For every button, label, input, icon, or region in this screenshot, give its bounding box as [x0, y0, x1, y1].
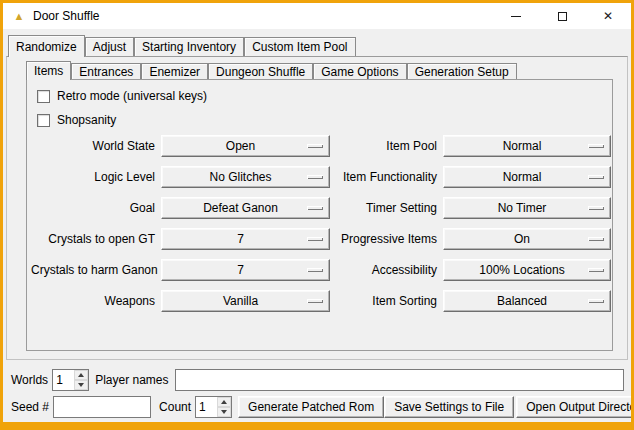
- logic-level-label: Logic Level: [31, 170, 155, 184]
- spin-up-icon: [78, 373, 84, 377]
- window-title: Door Shuffle: [33, 9, 100, 23]
- item-functionality-label: Item Functionality: [336, 170, 437, 184]
- seed-input[interactable]: [53, 396, 151, 418]
- dropdown-value: Open: [226, 139, 265, 153]
- retro-mode-checkbox[interactable]: [37, 90, 50, 103]
- count-spin-buttons: [217, 397, 231, 417]
- crystals-ganon-label: Crystals to harm Ganon: [31, 263, 155, 277]
- dropdown-value: No Glitches: [209, 170, 281, 184]
- dropdown-value: 7: [237, 232, 254, 246]
- world-state-dropdown[interactable]: Open: [161, 135, 330, 157]
- goal-label: Goal: [31, 201, 155, 215]
- tab-randomize[interactable]: Randomize: [8, 35, 85, 57]
- progressive-items-dropdown[interactable]: On: [443, 228, 611, 250]
- weapons-dropdown[interactable]: Vanilla: [161, 290, 330, 312]
- close-button[interactable]: ✕: [585, 3, 631, 29]
- dropdown-value: No Timer: [498, 201, 557, 215]
- titlebar[interactable]: ▲ Door Shuffle ✕: [3, 3, 631, 29]
- count-spin-down[interactable]: [217, 407, 231, 417]
- spin-down-icon: [78, 383, 84, 387]
- worlds-spin-down[interactable]: [74, 380, 88, 390]
- count-spin-up[interactable]: [217, 397, 231, 407]
- dropdown-value: 100% Locations: [479, 263, 574, 277]
- dropdown-value: Defeat Ganon: [203, 201, 288, 215]
- dropdown-indicator-icon: [588, 144, 604, 148]
- open-output-directory-button[interactable]: Open Output Directory: [516, 396, 634, 418]
- goal-dropdown[interactable]: Defeat Ganon: [161, 197, 330, 219]
- logic-level-dropdown[interactable]: No Glitches: [161, 166, 330, 188]
- dropdown-indicator-icon: [588, 237, 604, 241]
- tab-entrances[interactable]: Entrances: [71, 63, 141, 79]
- dropdown-indicator-icon: [307, 237, 323, 241]
- dropdown-value: 7: [237, 263, 254, 277]
- retro-mode-label: Retro mode (universal keys): [57, 89, 207, 103]
- crystals-gt-label: Crystals to open GT: [31, 232, 155, 246]
- app-window: ▲ Door Shuffle ✕ Randomize Adjust Starti…: [0, 0, 634, 430]
- shopsanity-row: Shopsanity: [37, 113, 612, 127]
- tab-custom-item-pool[interactable]: Custom Item Pool: [244, 37, 355, 56]
- close-icon: ✕: [603, 10, 613, 22]
- dropdown-indicator-icon: [588, 268, 604, 272]
- worlds-input[interactable]: [53, 370, 74, 390]
- tab-dungeon-shuffle[interactable]: Dungeon Shuffle: [208, 63, 313, 79]
- accessibility-label: Accessibility: [336, 263, 437, 277]
- dropdown-value: On: [514, 232, 540, 246]
- shopsanity-label: Shopsanity: [57, 113, 116, 127]
- timer-setting-label: Timer Setting: [336, 201, 437, 215]
- player-names-input[interactable]: [175, 369, 625, 391]
- spin-up-icon: [221, 400, 227, 404]
- save-settings-button[interactable]: Save Settings to File: [384, 396, 514, 418]
- item-sorting-dropdown[interactable]: Balanced: [443, 290, 611, 312]
- item-functionality-dropdown[interactable]: Normal: [443, 166, 611, 188]
- minimize-icon: [511, 16, 521, 17]
- items-pane: Retro mode (universal keys) Shopsanity W…: [26, 79, 613, 351]
- generate-patched-rom-button[interactable]: Generate Patched Rom: [238, 396, 384, 418]
- dropdown-value: Vanilla: [223, 294, 268, 308]
- tab-adjust[interactable]: Adjust: [85, 37, 134, 56]
- tab-game-options[interactable]: Game Options: [313, 63, 406, 79]
- dropdown-value: Normal: [503, 139, 552, 153]
- dropdown-indicator-icon: [307, 144, 323, 148]
- spin-down-icon: [221, 410, 227, 414]
- sub-tabbar: Items Entrances Enemizer Dungeon Shuffle…: [26, 60, 517, 79]
- maximize-button[interactable]: [539, 3, 585, 29]
- tab-items[interactable]: Items: [26, 61, 71, 80]
- player-names-label: Player names: [95, 373, 168, 387]
- tab-starting-inventory[interactable]: Starting Inventory: [134, 37, 244, 56]
- minimize-button[interactable]: [493, 3, 539, 29]
- seed-label: Seed #: [11, 400, 49, 414]
- world-state-label: World State: [31, 139, 155, 153]
- worlds-label: Worlds: [11, 373, 48, 387]
- accessibility-dropdown[interactable]: 100% Locations: [443, 259, 611, 281]
- caption-buttons: ✕: [493, 3, 631, 29]
- main-tabbar: Randomize Adjust Starting Inventory Cust…: [8, 34, 356, 56]
- worlds-row: Worlds Player names: [11, 369, 624, 391]
- dropdown-value: Balanced: [497, 294, 557, 308]
- client-area: Randomize Adjust Starting Inventory Cust…: [3, 29, 631, 422]
- tab-enemizer[interactable]: Enemizer: [141, 63, 208, 79]
- count-label: Count: [159, 400, 191, 414]
- app-icon: ▲: [11, 11, 27, 22]
- maximize-icon: [558, 12, 567, 21]
- progressive-items-label: Progressive Items: [336, 232, 437, 246]
- count-input[interactable]: [196, 397, 217, 417]
- crystals-ganon-dropdown[interactable]: 7: [161, 259, 330, 281]
- item-sorting-label: Item Sorting: [336, 294, 437, 308]
- worlds-spinbox: [52, 369, 89, 391]
- retro-mode-row: Retro mode (universal keys): [37, 89, 612, 103]
- timer-setting-dropdown[interactable]: No Timer: [443, 197, 611, 219]
- crystals-gt-dropdown[interactable]: 7: [161, 228, 330, 250]
- worlds-spin-up[interactable]: [74, 370, 88, 380]
- weapons-label: Weapons: [31, 294, 155, 308]
- dropdown-indicator-icon: [307, 268, 323, 272]
- worlds-spin-buttons: [74, 370, 88, 390]
- shopsanity-checkbox[interactable]: [37, 114, 50, 127]
- settings-grid: World State Open Item Pool Normal Logic …: [31, 135, 611, 312]
- tab-generation-setup[interactable]: Generation Setup: [407, 63, 517, 79]
- item-pool-label: Item Pool: [336, 139, 437, 153]
- seed-row: Seed # Count Generate Patched Rom Save S…: [11, 396, 624, 418]
- item-pool-dropdown[interactable]: Normal: [443, 135, 611, 157]
- dropdown-indicator-icon: [307, 206, 323, 210]
- dropdown-value: Normal: [503, 170, 552, 184]
- randomize-pane: Items Entrances Enemizer Dungeon Shuffle…: [6, 56, 628, 360]
